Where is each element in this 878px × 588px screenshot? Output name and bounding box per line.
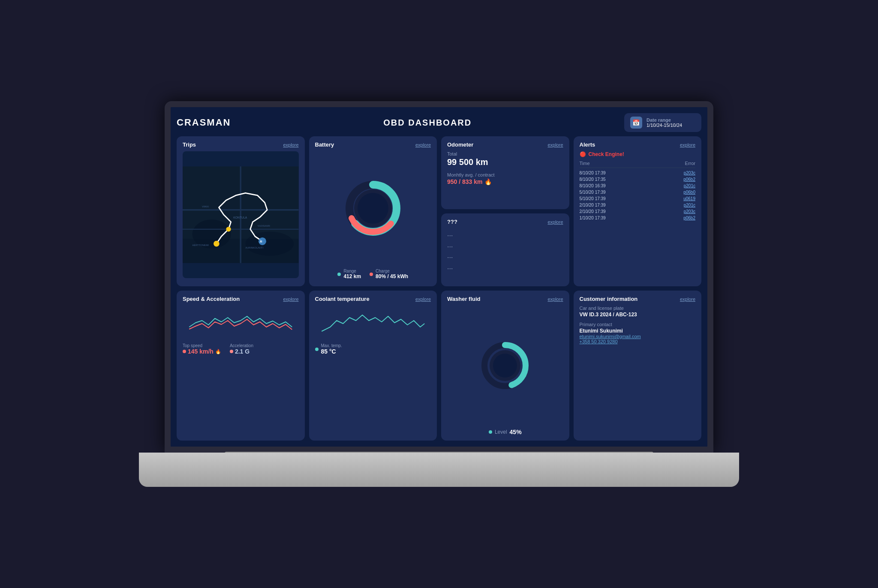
odometer-card: Odometer explore Total 99 500 km Monhtly… xyxy=(441,136,569,209)
laptop-base xyxy=(139,453,739,487)
alerts-table-header: Time Error xyxy=(580,161,696,168)
svg-text:A: A xyxy=(260,240,262,243)
speed-card-header: Speed & Acceleration explore xyxy=(183,296,299,302)
main-grid: Trips explore xyxy=(177,136,701,441)
charge-value: 80% / 45 kWh xyxy=(376,273,408,279)
battery-donut-chart xyxy=(341,176,405,240)
trips-card: Trips explore xyxy=(177,136,305,286)
unknown-title: ??? xyxy=(447,219,457,225)
coolant-explore[interactable]: explore xyxy=(415,297,431,302)
alerts-title: Alerts xyxy=(580,141,595,148)
battery-card: Battery explore xyxy=(309,136,437,286)
total-value: 99 500 km xyxy=(447,157,563,167)
charge-label: Charge xyxy=(376,269,408,273)
customer-card: Customer information explore Car and lic… xyxy=(574,291,702,441)
alert-row: 5/10/20 17:39 p06b0 xyxy=(580,189,696,195)
speed-card: Speed & Acceleration explore To xyxy=(177,291,305,441)
trips-card-header: Trips explore xyxy=(183,141,299,148)
washer-legend: Level 45% xyxy=(447,429,563,435)
trips-explore[interactable]: explore xyxy=(283,142,298,147)
acceleration-dot xyxy=(230,350,233,353)
speed-chart-svg xyxy=(183,306,299,340)
speed-chart xyxy=(183,306,299,340)
odometer-title: Odometer xyxy=(447,141,473,148)
svg-point-7 xyxy=(213,241,220,247)
washer-gauge-container xyxy=(447,306,563,425)
alerts-card-header: Alerts explore xyxy=(580,141,696,148)
warning-icon: 🔥 xyxy=(215,349,221,354)
washer-level-label: Level xyxy=(495,429,507,435)
odometer-card-header: Odometer explore xyxy=(447,141,563,148)
date-range-widget[interactable]: 📅 Date range 1/10/24-15/10/24 xyxy=(624,113,701,132)
charge-legend-text: Charge 80% / 45 kWh xyxy=(376,269,408,279)
brand-logo: CRASMAN xyxy=(177,117,231,128)
map-svg: A KONTULA VIIKKI VUOSAARI AURINKOLAHTI H… xyxy=(183,151,299,278)
laptop-wrapper: CRASMAN OBD DASHBOARD 📅 Date range 1/10/… xyxy=(139,101,739,487)
charge-legend-item: Charge 80% / 45 kWh xyxy=(370,269,408,279)
acceleration-label: Acceleration xyxy=(230,343,253,348)
coolant-title: Coolant temperature xyxy=(315,296,370,302)
battery-card-header: Battery explore xyxy=(315,141,431,148)
dashboard-title: OBD DASHBOARD xyxy=(383,118,472,128)
alert-row: 2/10/20 17:39 p201c xyxy=(580,202,696,208)
map-container[interactable]: A KONTULA VIIKKI VUOSAARI AURINKOLAHTI H… xyxy=(183,151,299,278)
contact-label: Primary contact xyxy=(580,322,696,327)
monthly-value: 950 / 833 km 🔥 xyxy=(447,178,563,185)
calendar-icon: 📅 xyxy=(630,117,642,129)
alerts-card: Alerts explore 🔴 Check Engine! Time Erro… xyxy=(574,136,702,286)
monthly-label: Monhtly avg. / contract xyxy=(447,172,563,177)
total-label: Total xyxy=(447,151,563,156)
range-value: 412 km xyxy=(343,273,361,279)
top-speed-value: 145 km/h 🔥 xyxy=(183,348,221,355)
washer-explore[interactable]: explore xyxy=(547,297,563,302)
unknown-card: ??? explore ... ... ... ... xyxy=(441,213,569,286)
speed-title: Speed & Acceleration xyxy=(183,296,240,302)
range-label: Range xyxy=(343,269,361,273)
speed-legend: Top speed 145 km/h 🔥 Acceleration xyxy=(183,343,299,355)
alert-fire-icon: 🔥 xyxy=(484,178,492,185)
top-speed-dot xyxy=(183,350,186,353)
svg-text:VIIKKI: VIIKKI xyxy=(202,205,209,208)
customer-explore[interactable]: explore xyxy=(680,297,695,302)
alert-row: 1/10/20 17:39 p06b2 xyxy=(580,215,696,221)
contact-section: Primary contact Etunimi Sukunimi etunimi… xyxy=(580,322,696,344)
battery-legend: Range 412 km Charge 80% / 45 kWh xyxy=(315,265,431,281)
max-temp-label: Max. temp. xyxy=(321,343,342,348)
unknown-card-header: ??? explore xyxy=(447,219,563,225)
range-legend-item: Range 412 km xyxy=(337,269,361,279)
coolant-card: Coolant temperature explore M xyxy=(309,291,437,441)
dashboard: CRASMAN OBD DASHBOARD 📅 Date range 1/10/… xyxy=(171,107,707,447)
contact-email[interactable]: etunimi.sukunimi@gmail.com xyxy=(580,334,696,339)
max-temp-value: 85 °C xyxy=(321,348,342,355)
svg-text:VUOSAARI: VUOSAARI xyxy=(258,225,271,227)
washer-level-value: 45% xyxy=(510,429,522,435)
alerts-list: 8/10/20 17:39 p203c 8/10/20 17:35 p06b2 … xyxy=(580,170,696,221)
washer-title: Washer fluid xyxy=(447,296,481,302)
washer-card-header: Washer fluid explore xyxy=(447,296,563,302)
washer-card: Washer fluid explore xyxy=(441,291,569,441)
range-legend-text: Range 412 km xyxy=(343,269,361,279)
alerts-explore[interactable]: explore xyxy=(680,142,695,147)
check-engine-alert: 🔴 Check Engine! xyxy=(580,151,696,157)
car-label: Car and license plate xyxy=(580,306,696,311)
speed-explore[interactable]: explore xyxy=(283,297,298,302)
washer-gauge-svg xyxy=(477,338,533,393)
svg-text:AURINKOLAHTI: AURINKOLAHTI xyxy=(246,246,264,249)
coolant-dot xyxy=(315,348,319,351)
car-section: Car and license plate VW ID.3 2024 / ABC… xyxy=(580,306,696,318)
top-speed-label: Top speed xyxy=(183,343,221,348)
date-range-label: Date range xyxy=(646,117,682,123)
customer-title: Customer information xyxy=(580,296,638,302)
battery-explore[interactable]: explore xyxy=(415,142,431,147)
odometer-explore[interactable]: explore xyxy=(547,142,563,147)
svg-text:KONTULA: KONTULA xyxy=(233,216,247,219)
unknown-explore[interactable]: explore xyxy=(547,219,563,225)
battery-title: Battery xyxy=(315,141,334,148)
coolant-chart xyxy=(315,306,431,340)
trips-title: Trips xyxy=(183,141,196,148)
customer-card-header: Customer information explore xyxy=(580,296,696,302)
svg-point-24 xyxy=(493,354,517,378)
contact-phone[interactable]: +358 50 320 9280 xyxy=(580,339,696,344)
contact-name: Etunimi Sukunimi xyxy=(580,328,696,334)
acceleration-metric: Acceleration 2.1 G xyxy=(230,343,253,355)
